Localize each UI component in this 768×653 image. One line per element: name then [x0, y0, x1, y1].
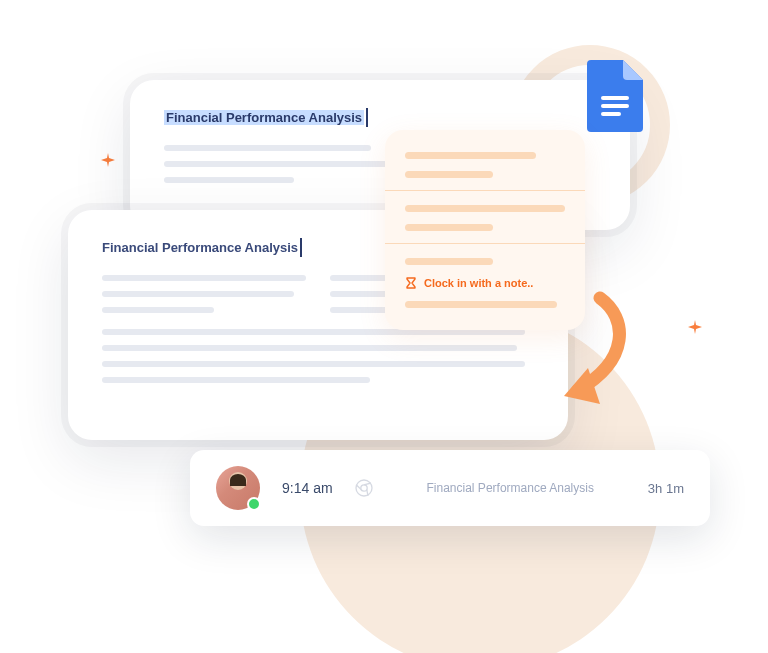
svg-rect-0	[601, 96, 629, 100]
note-line	[405, 301, 557, 308]
svg-rect-2	[601, 112, 621, 116]
document-title: Financial Performance Analysis	[102, 240, 298, 255]
note-line	[405, 205, 565, 212]
time-entry-bar: 9:14 am Financial Performance Analysis 3…	[190, 450, 710, 526]
divider	[385, 190, 585, 191]
document-title: Financial Performance Analysis	[164, 110, 364, 125]
avatar[interactable]	[216, 466, 260, 510]
sparkle-icon	[688, 320, 702, 334]
note-line	[405, 224, 493, 231]
task-name: Financial Performance Analysis	[395, 481, 626, 495]
clock-in-button[interactable]: Clock in with a note..	[405, 277, 565, 289]
note-line	[405, 152, 536, 159]
note-line	[405, 258, 493, 265]
status-online-icon	[247, 497, 261, 511]
divider	[385, 243, 585, 244]
svg-rect-1	[601, 104, 629, 108]
note-popup: Clock in with a note..	[385, 130, 585, 330]
google-docs-icon	[587, 60, 643, 132]
svg-point-3	[356, 480, 372, 496]
note-line	[405, 171, 493, 178]
svg-point-4	[360, 485, 366, 491]
sparkle-icon	[101, 153, 115, 167]
chrome-icon	[355, 479, 373, 497]
clock-in-time: 9:14 am	[282, 480, 333, 496]
clock-in-label: Clock in with a note..	[424, 277, 533, 289]
task-duration: 3h 1m	[648, 481, 684, 496]
clock-icon	[405, 277, 417, 289]
